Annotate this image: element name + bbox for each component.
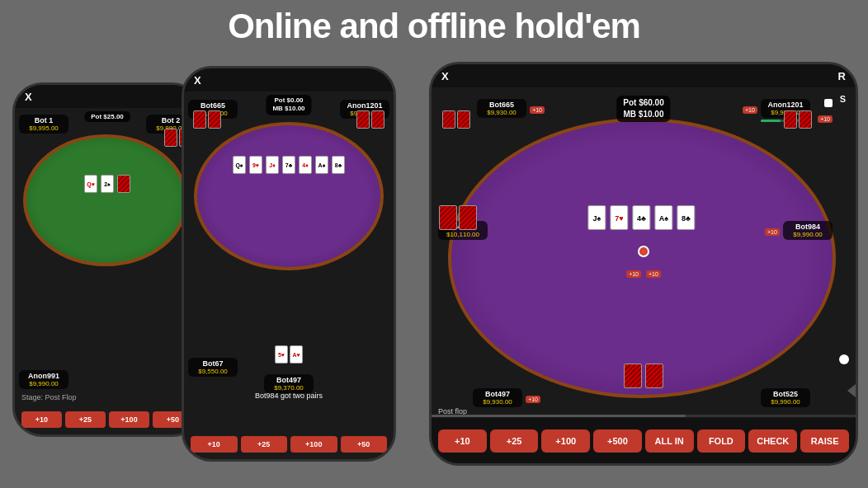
community-cards-mid: Q♠ 9♥ J♦ 7♣ 4♦ A♠ 8♣	[232, 155, 346, 175]
cr-4: 4♣	[632, 205, 650, 230]
player-bot665-right: Bot665 $9,930.00 +10	[477, 99, 526, 118]
close-btn-left[interactable]: X	[25, 91, 32, 103]
player-bot67-mid: Bot67 $9,550.00	[188, 358, 238, 377]
notch-mid	[264, 68, 314, 77]
cb-b67-2	[459, 205, 477, 230]
cb-b497-1	[624, 364, 642, 388]
pot-right: Pot $60.00 MB $10.00	[616, 96, 670, 122]
cb-r2	[457, 110, 470, 129]
c-4: 4♦	[299, 156, 312, 174]
card-q: Q♥	[84, 175, 97, 193]
cards-top-right-right: +10	[783, 110, 833, 129]
badge-bot984: +10	[765, 223, 780, 237]
bet-25-mid[interactable]: +25	[241, 436, 288, 453]
cards-back-mid-right	[356, 110, 385, 129]
timer-fill	[761, 120, 781, 122]
cb-r1	[442, 110, 455, 129]
bet-100-mid[interactable]: +100	[290, 436, 337, 453]
r-btn-right[interactable]: R	[838, 70, 846, 82]
community-cards-right: J♠ 7♥ 4♣ A♠ 8♣	[587, 204, 696, 231]
cb-r4	[799, 110, 812, 129]
cards-back-mid-left	[192, 110, 222, 129]
triangle-indicator	[847, 384, 856, 397]
bet-10-left[interactable]: +10	[21, 411, 62, 428]
cb1	[193, 110, 206, 129]
timer-bar-right	[432, 415, 856, 417]
bet-buttons-left[interactable]: +10 +25 +100 +50	[15, 411, 200, 428]
bet-buttons-mid[interactable]: +10 +25 +100 +50	[184, 436, 394, 453]
player-anon991: Anon991 $9,990.00	[19, 370, 68, 389]
cb2	[208, 110, 221, 129]
c-j: J♦	[266, 156, 279, 174]
c-8: 8♣	[332, 156, 345, 174]
stage-label-left: Stage: Post Flop	[21, 393, 77, 401]
badge-anon1201: +10	[743, 101, 757, 115]
player-bot497-mid: Bot497 $9,370.00	[264, 374, 314, 393]
pot-left: Pot $25.00	[84, 111, 130, 122]
bet-10-mid[interactable]: +10	[191, 436, 238, 453]
action-allin[interactable]: ALL IN	[645, 429, 694, 453]
c-7: 7♣	[282, 156, 295, 174]
close-btn-mid[interactable]: X	[194, 74, 201, 87]
card-b1	[117, 175, 130, 193]
square-indicator-right	[824, 99, 833, 107]
card-back-1	[164, 129, 177, 147]
cr-8: 8♣	[677, 205, 695, 230]
player-bot525-right: Bot525 $9,990.00	[761, 388, 810, 407]
action-plus10[interactable]: +10	[438, 429, 487, 453]
bet-25-left[interactable]: +25	[65, 411, 106, 428]
player-bot497-right: Bot497 $9,930.00 +10	[473, 388, 522, 407]
notch-left	[83, 85, 132, 93]
cards-top-left-right	[441, 110, 471, 129]
cb4	[371, 110, 384, 129]
c-q: Q♠	[233, 156, 246, 174]
poker-table-mid	[194, 122, 384, 270]
c-5h: 5♥	[275, 345, 288, 364]
action-raise[interactable]: RAISE	[800, 429, 849, 453]
chip-center	[638, 246, 649, 260]
cards-bot67	[438, 204, 478, 231]
c-a: A♠	[315, 156, 328, 174]
phone-mid: X Pot $0.00 MB $10.00 Bot665 $9,370.00 A…	[182, 66, 396, 462]
cr-j: J♠	[587, 205, 606, 230]
community-cards-left: Q♥ 2♠	[83, 174, 131, 194]
announce-mid: Bot984 got two pairs	[184, 392, 394, 400]
timer-fill-right	[432, 415, 686, 417]
notch-right	[619, 64, 668, 73]
c-9: 9♥	[249, 156, 262, 174]
close-btn-right[interactable]: X	[441, 70, 449, 82]
badges-mid-right: +10 +10	[626, 270, 661, 278]
player-bot984-right: Bot984 $9,990.00 +10	[783, 221, 833, 240]
cb3	[356, 110, 370, 129]
c-ah: A♥	[290, 345, 303, 364]
bet-50-mid[interactable]: +50	[341, 436, 388, 453]
player-bot1: Bot 1 $9,995.00	[19, 115, 68, 134]
bet-100-left[interactable]: +100	[109, 411, 149, 428]
action-fold[interactable]: FOLD	[697, 429, 746, 453]
cards-bot497: 5♥ A♥	[274, 345, 304, 364]
cards-bot497-right	[623, 363, 664, 389]
action-plus25[interactable]: +25	[490, 429, 539, 453]
badge-right-top: +10	[818, 110, 833, 129]
cr-a: A♠	[654, 205, 672, 230]
action-plus100[interactable]: +100	[541, 429, 590, 453]
circle-indicator	[839, 354, 849, 364]
cr-7: 7♥	[610, 205, 628, 230]
cb-r3	[784, 110, 797, 129]
cb-b67-1	[439, 205, 457, 230]
action-check[interactable]: CHECK	[748, 429, 797, 453]
poker-table-left	[23, 134, 188, 266]
phone-left: X Pot $25.00 Bot 1 $9,995.00 Bot 2 $9,99…	[12, 82, 202, 437]
page-title: Online and offline hold'em	[0, 7, 868, 46]
cb-b497-2	[645, 364, 663, 388]
badge-bot665: +10	[530, 101, 545, 115]
s-btn-right[interactable]: S	[840, 94, 846, 104]
pot-mid: Pot $0.00 MB $10.00	[266, 95, 311, 115]
phone-right: X R S Pot $60.00 MB $10.00 Bot665 $9,930…	[429, 62, 858, 466]
card-2: 2♠	[101, 175, 114, 193]
badge-bot497: +10	[526, 390, 540, 405]
action-buttons-right[interactable]: +10 +25 +100 +500 ALL IN FOLD CHECK RAIS…	[432, 418, 856, 463]
action-plus500[interactable]: +500	[593, 429, 642, 453]
